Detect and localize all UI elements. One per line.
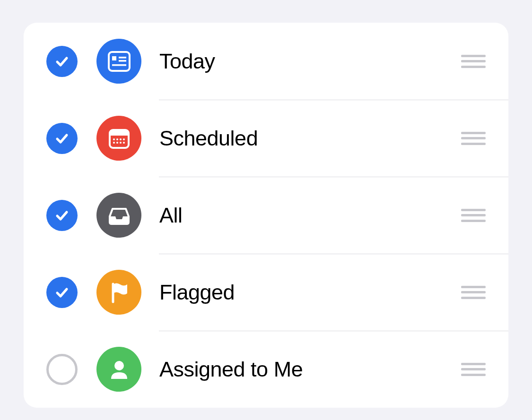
category-label: All — [159, 203, 461, 228]
svg-point-8 — [113, 138, 115, 140]
svg-point-11 — [123, 138, 125, 140]
svg-rect-7 — [110, 133, 129, 136]
checkmark-icon — [54, 131, 70, 146]
checkbox-today[interactable] — [46, 46, 78, 77]
svg-rect-3 — [119, 60, 126, 62]
all-icon — [96, 193, 141, 238]
row-divider — [159, 254, 508, 254]
svg-point-13 — [116, 142, 118, 144]
today-glyph-icon — [106, 48, 132, 75]
today-icon — [96, 39, 141, 84]
row-divider — [159, 331, 508, 331]
drag-handle-icon[interactable] — [461, 209, 486, 222]
drag-handle-icon[interactable] — [461, 363, 486, 376]
assigned-icon — [96, 347, 141, 392]
svg-rect-1 — [112, 56, 116, 60]
checkmark-icon — [54, 285, 70, 300]
checkbox-flagged[interactable] — [46, 277, 78, 308]
checkmark-icon — [54, 54, 70, 69]
svg-point-9 — [116, 138, 118, 140]
svg-point-14 — [120, 142, 122, 144]
category-row-today[interactable]: Today — [24, 23, 508, 100]
category-label: Today — [159, 49, 461, 74]
svg-rect-2 — [119, 57, 126, 59]
svg-rect-4 — [112, 64, 126, 66]
checkbox-assigned[interactable] — [46, 354, 78, 385]
person-glyph-icon — [106, 356, 132, 383]
category-row-flagged[interactable]: Flagged — [24, 254, 508, 331]
category-row-scheduled[interactable]: Scheduled — [24, 100, 508, 177]
checkbox-all[interactable] — [46, 200, 78, 231]
drag-handle-icon[interactable] — [461, 55, 486, 68]
row-divider — [159, 177, 508, 177]
drag-handle-icon[interactable] — [461, 132, 486, 145]
category-row-assigned[interactable]: Assigned to Me — [24, 331, 508, 408]
svg-point-12 — [113, 142, 115, 144]
svg-point-16 — [114, 361, 124, 370]
flagged-icon — [96, 270, 141, 315]
drag-handle-icon[interactable] — [461, 286, 486, 299]
checkmark-icon — [54, 208, 70, 223]
category-label: Scheduled — [159, 126, 461, 151]
svg-point-15 — [123, 142, 125, 144]
row-divider — [159, 100, 508, 100]
category-label: Flagged — [159, 280, 461, 305]
checkbox-scheduled[interactable] — [46, 123, 78, 154]
svg-point-10 — [120, 138, 122, 140]
tray-glyph-icon — [106, 202, 132, 229]
smart-lists-card: Today Scheduled — [24, 23, 508, 408]
category-row-all[interactable]: All — [24, 177, 508, 254]
scheduled-icon — [96, 116, 141, 161]
calendar-glyph-icon — [106, 125, 132, 152]
category-label: Assigned to Me — [159, 357, 461, 382]
flag-glyph-icon — [106, 279, 132, 306]
